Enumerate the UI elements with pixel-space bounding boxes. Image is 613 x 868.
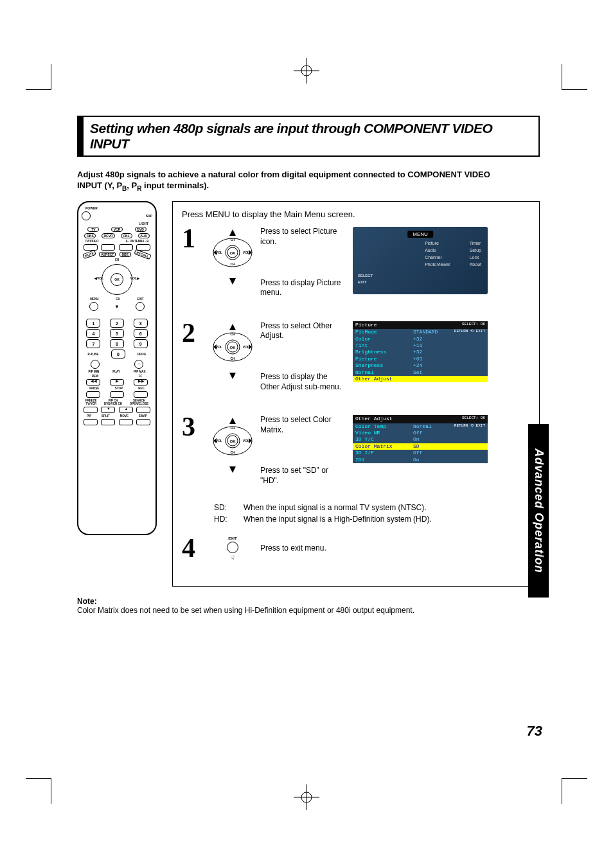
svg-text:CH: CH — [230, 262, 235, 266]
section-tab: Advanced Operation — [528, 424, 549, 598]
intro-paragraph: Adjust 480p signals to achieve a natural… — [77, 170, 540, 192]
crop-mark — [26, 778, 51, 804]
step-2: 2 OK CH CH VOL VOL — [182, 321, 530, 403]
svg-text:CH: CH — [230, 332, 235, 336]
osd-other-adjust-menu: Other Adjust SELECT↕ OK Color TempNormal… — [353, 415, 488, 463]
nav-pad-icon: OK CH CH VOL VOL — [211, 227, 254, 285]
svg-text:VOL: VOL — [216, 251, 222, 254]
svg-text:VOL: VOL — [243, 439, 249, 443]
svg-text:OK: OK — [230, 251, 236, 255]
step-4: 4 EXIT ☟ Press to exit menu. — [182, 536, 530, 562]
nav-pad-icon: OK CH CH VOL VOL — [211, 415, 254, 473]
svg-text:VOL: VOL — [216, 345, 222, 349]
steps-panel: Press MENU to display the Main Menu scre… — [172, 201, 540, 586]
svg-text:VOL: VOL — [243, 345, 249, 349]
note-section: Note: Color Matrix does not need to be s… — [77, 597, 540, 615]
crop-mark-center — [294, 784, 319, 810]
svg-text:VOL: VOL — [243, 251, 249, 254]
step-intro: Press MENU to display the Main Menu scre… — [182, 209, 530, 219]
nav-pad-icon: OK CH CH VOL VOL — [211, 321, 254, 379]
svg-text:CH: CH — [230, 426, 235, 430]
page-content: Setting when 480p signals are input thro… — [77, 116, 540, 615]
remote-control-diagram: POWER SAP LIGHT TV VCR DVD DBS RCVR CBL … — [77, 201, 157, 535]
svg-text:CH: CH — [230, 357, 235, 360]
crop-mark-center — [294, 58, 319, 84]
osd-picture-menu: Picture SELECT↕ OK PicModeSTANDARD RETUR… — [353, 321, 488, 383]
svg-text:CH: CH — [230, 238, 235, 242]
sd-hd-definitions: SD:When the input signal is a normal TV … — [214, 503, 530, 524]
step-3: 3 OK CH CH VOL VOL — [182, 415, 530, 497]
svg-text:OK: OK — [230, 439, 236, 443]
exit-button-icon: EXIT ☟ — [223, 536, 242, 562]
section-title: Setting when 480p signals are input thro… — [77, 116, 540, 157]
crop-mark — [26, 64, 51, 90]
page-number: 73 — [527, 723, 542, 740]
page-title: Setting when 480p signals are input thro… — [90, 121, 532, 152]
svg-text:CH: CH — [230, 450, 235, 454]
crop-mark — [562, 778, 587, 804]
osd-main-menu: MENU Picture Timer Audio Setup Channel L… — [353, 227, 488, 294]
svg-text:OK: OK — [230, 346, 236, 350]
crop-mark — [562, 64, 587, 90]
svg-text:VOL: VOL — [216, 439, 222, 443]
step-1: 1 OK CH CH VOL VOL — [182, 227, 530, 309]
